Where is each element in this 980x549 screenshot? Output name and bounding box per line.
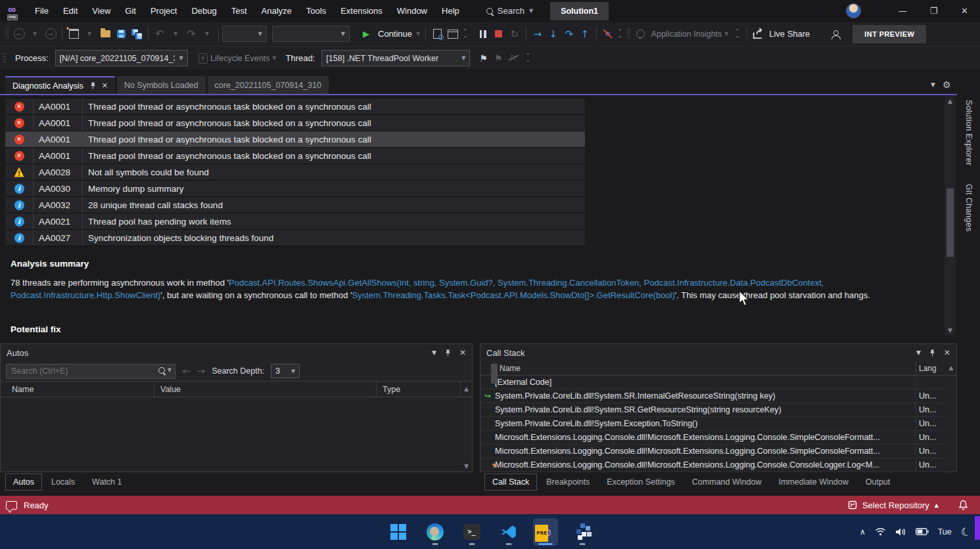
scroll-down-icon[interactable]: ▼: [948, 328, 952, 334]
diagnostic-row[interactable]: AA0030 Memory dump summary: [5, 181, 585, 197]
chevron-up-icon[interactable]: ▲: [935, 502, 939, 508]
gear-icon[interactable]: ⚙: [943, 79, 951, 90]
step-out-icon[interactable]: ↑: [578, 26, 592, 43]
document-vertical-scrollbar[interactable]: ▲ ▼: [945, 97, 956, 336]
diagnostic-row[interactable]: AA0001 Thread pool thread or asynchronou…: [5, 99, 585, 115]
column-header-lang[interactable]: Lang: [916, 361, 946, 375]
toolbar-grip[interactable]: [3, 53, 6, 64]
tool-window-tab[interactable]: Locals: [43, 473, 83, 491]
undo-button[interactable]: ↶: [152, 26, 167, 43]
pin-icon[interactable]: [90, 82, 96, 89]
scrollbar-thumb[interactable]: [491, 364, 498, 384]
debug-overflow-icon[interactable]: "⌄: [618, 30, 622, 38]
search-icon[interactable]: [158, 367, 165, 374]
close-panel-icon[interactable]: ✕: [944, 348, 950, 357]
minimize-button[interactable]: —: [887, 0, 918, 22]
call-stack-frame-row[interactable]: System.Private.CoreLib.dll!System.SR.Get…: [480, 403, 946, 417]
speaker-icon[interactable]: [895, 527, 906, 537]
save-button[interactable]: [114, 26, 128, 43]
docked-tool-tab[interactable]: Solution Explorer: [964, 100, 973, 165]
diagnostic-row[interactable]: AA0032 28 unique thread call stacks foun…: [5, 197, 585, 213]
close-button[interactable]: ✕: [949, 0, 980, 22]
step-over-icon[interactable]: ↷: [562, 26, 576, 43]
process-dropdown[interactable]: [N/A] core_20221105_070914_310 ▼: [55, 50, 188, 66]
restore-button[interactable]: ❐: [918, 0, 949, 22]
open-file-button[interactable]: [98, 26, 112, 43]
call-stack-frame-row[interactable]: System.Private.CoreLib.dll!System.SR.Int…: [480, 389, 946, 403]
select-repository-button[interactable]: Select Repository: [862, 500, 929, 510]
diagnostic-row[interactable]: AA0001 Thread pool thread or asynchronou…: [5, 148, 585, 164]
redo-dropdown-icon[interactable]: ▼: [200, 26, 214, 43]
autos-search-input[interactable]: [6, 364, 175, 379]
tool-window-tab[interactable]: Immediate Window: [770, 473, 856, 491]
search-forward-icon[interactable]: →: [197, 365, 206, 377]
taskbar-clock[interactable]: Tue: [938, 527, 952, 537]
scroll-up-icon[interactable]: ▲: [949, 365, 954, 371]
visual-studio-taskbar-icon[interactable]: ∞PRE: [533, 518, 558, 546]
tool-window-tab[interactable]: Output: [858, 473, 898, 491]
call-stack-frame-row[interactable]: System.Private.CoreLib.dll!System.Except…: [480, 417, 946, 431]
layout-overflow-icon[interactable]: "⌄: [463, 30, 467, 38]
menu-item[interactable]: Project: [143, 0, 184, 22]
menu-item[interactable]: Help: [434, 0, 467, 22]
find-in-files-icon[interactable]: [430, 26, 444, 43]
show-current-thread-flag-icon[interactable]: ⚑: [479, 53, 488, 64]
application-insights-label[interactable]: Application Insights: [651, 30, 722, 39]
new-project-button[interactable]: [66, 26, 81, 43]
navigate-back-dropdown-icon[interactable]: ▼: [28, 26, 42, 43]
close-panel-icon[interactable]: ✕: [459, 348, 466, 357]
analysis-text-segment[interactable]: System.Threading.Tasks.Task<Podcast.API.…: [352, 290, 674, 300]
insights-overflow-icon[interactable]: "⌄: [735, 30, 739, 38]
window-position-dropdown-icon[interactable]: ▼: [432, 349, 436, 356]
menu-item[interactable]: View: [85, 0, 118, 22]
toggle-flagged-threads-icon[interactable]: ⚑: [494, 53, 503, 64]
column-header-name[interactable]: Name: [1, 382, 154, 397]
navigate-back-button[interactable]: ←: [12, 26, 26, 43]
window-layout-icon[interactable]: [446, 26, 460, 43]
menu-item[interactable]: Extensions: [333, 0, 390, 22]
tab-list-dropdown-icon[interactable]: ▼: [931, 81, 935, 88]
search-box[interactable]: Search ▼: [486, 6, 533, 16]
document-tab[interactable]: Diagnostic Analysis ✕: [5, 76, 115, 94]
search-dropdown-icon[interactable]: ▼: [529, 8, 533, 14]
pin-icon[interactable]: [445, 349, 451, 357]
document-tab[interactable]: core_20221105_070914_310 ✕: [208, 76, 329, 94]
redo-button[interactable]: ↷: [184, 26, 198, 43]
step-into-icon[interactable]: ↓: [546, 26, 561, 43]
tool-window-tab[interactable]: Command Window: [684, 473, 770, 491]
application-insights-dropdown-icon[interactable]: ▼: [724, 31, 728, 37]
tool-window-tab[interactable]: Watch 1: [84, 473, 129, 491]
toolbar-grip[interactable]: [5, 28, 9, 39]
edge-browser-icon[interactable]: [423, 518, 448, 546]
diagnostic-row[interactable]: AA0028 Not all symbols could be found: [5, 164, 585, 181]
menu-item[interactable]: Edit: [56, 0, 85, 22]
debug-location-overflow-icon[interactable]: "⌄: [526, 55, 530, 62]
call-stack-frame-row[interactable]: [External Code]: [480, 376, 946, 389]
scrollbar-thumb[interactable]: [946, 188, 954, 257]
menu-item[interactable]: Analyze: [254, 0, 299, 22]
taskbar-overflow-chevron-icon[interactable]: ∧: [860, 527, 866, 537]
call-stack-frame-row[interactable]: Microsoft.Extensions.Logging.Console.dll…: [480, 431, 946, 445]
scroll-down-icon[interactable]: ▼: [492, 463, 497, 469]
feedback-icon[interactable]: [828, 26, 843, 43]
tool-window-tab[interactable]: Call Stack: [484, 473, 537, 491]
live-share-icon[interactable]: [751, 26, 766, 43]
save-all-button[interactable]: [129, 26, 144, 43]
int-preview-button[interactable]: INT PREVIEW: [852, 25, 926, 43]
search-options-dropdown-icon[interactable]: ▼: [168, 367, 172, 373]
search-depth-dropdown[interactable]: 3 ▼: [271, 364, 300, 378]
restart-button[interactable]: ↻: [507, 26, 522, 43]
tool-window-tab[interactable]: Autos: [5, 473, 42, 491]
autos-vertical-scrollbar[interactable]: ▼: [461, 397, 472, 472]
pixel-app-icon[interactable]: [570, 518, 595, 546]
diagnostic-row[interactable]: AA0027 Synchronization objects blocking …: [5, 230, 585, 246]
continue-dropdown-icon[interactable]: ▼: [416, 31, 420, 37]
show-threads-in-source-icon[interactable]: ≋: [601, 26, 615, 43]
user-avatar[interactable]: [846, 3, 861, 18]
undo-dropdown-icon[interactable]: ▼: [168, 26, 183, 43]
column-header-name[interactable]: Name: [495, 361, 916, 375]
search-back-icon[interactable]: ←: [182, 365, 191, 377]
navigate-forward-button[interactable]: →: [43, 26, 58, 43]
call-stack-frame-row[interactable]: Microsoft.Extensions.Logging.Console.dll…: [480, 458, 946, 472]
stop-debugging-button[interactable]: [492, 26, 506, 43]
